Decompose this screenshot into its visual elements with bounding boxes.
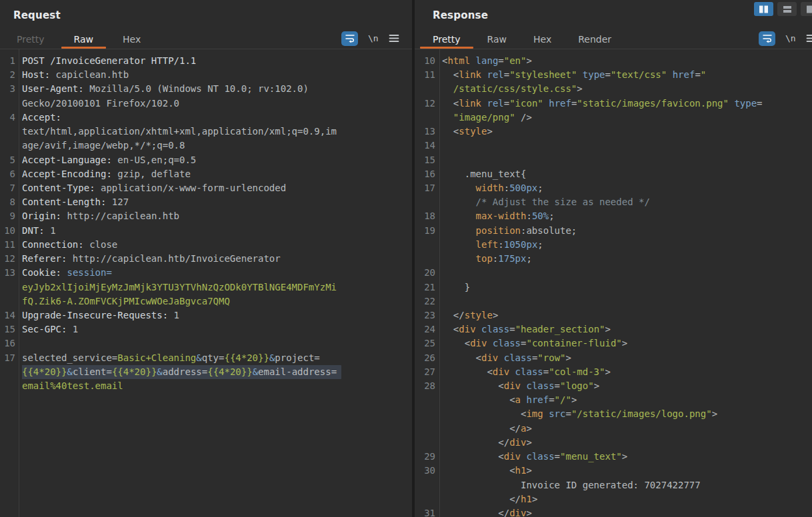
code-row: 16 .menu_text{ <box>415 167 812 181</box>
line-number: 10 <box>0 224 15 238</box>
code-row: age/avif,image/webp,*/*;q=0.8 <box>0 139 412 153</box>
line-number: 15 <box>415 153 435 167</box>
word-wrap-toggle-button[interactable] <box>341 31 358 46</box>
code-row: 4Accept: <box>0 111 412 125</box>
line-number: 10 <box>415 54 435 68</box>
line-number: 13 <box>415 125 435 139</box>
code-row: </a> <box>415 422 812 436</box>
columns-view-icon <box>759 5 769 13</box>
code-line: Origin: http://capiclean.htb <box>22 209 179 223</box>
request-tab-pretty[interactable]: Pretty <box>17 29 45 49</box>
code-row: eyJyb2xlIjoiMjEyMzJmMjk3YTU3YTVhNzQzODk0… <box>0 280 412 294</box>
code-line: .menu_text{ <box>442 167 526 181</box>
word-wrap-toggle-button[interactable] <box>759 31 775 46</box>
response-tab-raw[interactable]: Raw <box>487 29 507 49</box>
stacked-view-button[interactable] <box>777 2 797 16</box>
show-newlines-toggle[interactable]: \n <box>368 33 379 43</box>
code-line: {{4*20}}&client={{4*20}}&address={{4*20}… <box>22 365 341 379</box>
line-number: 26 <box>415 351 435 365</box>
response-tabbar: Pretty Raw Hex Render <box>415 29 812 49</box>
line-number: 12 <box>0 252 15 266</box>
code-row: 5Accept-Language: en-US,en;q=0.5 <box>0 153 412 167</box>
line-number: 3 <box>0 82 15 96</box>
code-line: Accept: <box>22 111 61 125</box>
line-number <box>0 294 15 308</box>
code-row: 13Cookie: session= <box>0 266 412 280</box>
line-number: 18 <box>415 209 435 223</box>
line-number: 19 <box>415 224 435 238</box>
request-panel: Request Pretty Raw Hex \n <box>0 0 412 517</box>
code-line: Invoice ID generated: 7027422777 <box>442 478 701 492</box>
show-newlines-toggle[interactable]: \n <box>785 33 796 43</box>
stacked-view-icon <box>783 5 792 13</box>
code-line: <link rel="stylesheet" type="text/css" h… <box>442 68 706 82</box>
code-row: 16 <box>0 336 412 350</box>
code-line: </div> <box>442 436 532 450</box>
line-number <box>415 195 435 209</box>
code-line: fQ.Zik6-A.ZOmFVCKjPMIcwWOeJaBgvca7QMQ <box>22 294 230 308</box>
line-number: 24 <box>415 322 435 336</box>
code-line: <h1> <box>442 464 532 478</box>
code-row: 22 <box>415 294 812 308</box>
single-view-icon <box>806 5 812 13</box>
code-row: 24 <div class="header_section"> <box>415 322 812 336</box>
response-panel-title: Response <box>433 9 488 21</box>
code-line: Content-Type: application/x-www-form-url… <box>22 181 286 195</box>
code-line: } <box>442 280 470 294</box>
code-row: 12 <link rel="icon" href="static/images/… <box>415 97 812 111</box>
columns-view-button[interactable] <box>754 2 773 16</box>
line-number: 16 <box>415 167 435 181</box>
code-line: max-width:50%; <box>442 209 555 223</box>
line-number: 27 <box>415 365 435 379</box>
line-number: 6 <box>0 167 15 181</box>
request-panel-title: Request <box>13 9 61 21</box>
code-line: /* Adjust the size as needed */ <box>442 195 650 209</box>
code-line: Host: capiclean.htb <box>22 68 129 82</box>
code-line: Referer: http://capiclean.htb/InvoiceGen… <box>22 252 281 266</box>
line-number: 28 <box>415 379 435 393</box>
response-panel: Response Pretty Raw Hex Render \n <box>415 0 812 517</box>
hamburger-menu-icon[interactable] <box>806 34 812 43</box>
code-line: <link rel="icon" href="static/images/fav… <box>442 97 763 111</box>
response-tab-hex[interactable]: Hex <box>533 29 551 49</box>
line-number <box>415 111 435 125</box>
code-row: email%40test.email <box>0 379 412 393</box>
response-tab-pretty[interactable]: Pretty <box>433 29 461 49</box>
line-number: 9 <box>0 209 15 223</box>
line-number <box>415 407 435 421</box>
code-row: 31 </div> <box>415 506 812 517</box>
request-editor[interactable]: 1POST /InvoiceGenerator HTTP/1.12Host: c… <box>0 49 412 517</box>
code-line: POST /InvoiceGenerator HTTP/1.1 <box>22 54 196 68</box>
word-wrap-icon <box>345 33 355 43</box>
code-line: Accept-Encoding: gzip, deflate <box>22 167 191 181</box>
code-row: 26 <div class="row"> <box>415 351 812 365</box>
code-row: 15Sec-GPC: 1 <box>0 322 412 336</box>
line-number: 14 <box>415 139 435 153</box>
code-line: <div class="logo"> <box>442 379 599 393</box>
code-line: top:175px; <box>442 252 532 266</box>
code-line: Cookie: session= <box>22 266 112 280</box>
burp-message-viewer: Request Pretty Raw Hex \n <box>0 0 812 517</box>
code-row: 28 <div class="logo"> <box>415 379 812 393</box>
code-line: <div class="row"> <box>442 351 571 365</box>
request-tab-hex[interactable]: Hex <box>123 29 141 49</box>
request-tab-raw[interactable]: Raw <box>74 29 93 49</box>
code-row: 11Connection: close <box>0 238 412 252</box>
code-line: text/html,application/xhtml+xml,applicat… <box>22 125 337 139</box>
line-number: 17 <box>415 181 435 195</box>
code-line: Accept-Language: en-US,en;q=0.5 <box>22 153 196 167</box>
single-view-button[interactable] <box>801 2 812 16</box>
response-editor[interactable]: 10<html lang="en">11 <link rel="styleshe… <box>415 49 812 517</box>
hamburger-menu-icon[interactable] <box>389 34 399 43</box>
response-tab-render[interactable]: Render <box>578 29 611 49</box>
line-number: 22 <box>415 294 435 308</box>
code-row: /* Adjust the size as needed */ <box>415 195 812 209</box>
code-row: top:175px; <box>415 252 812 266</box>
code-row: Invoice ID generated: 7027422777 <box>415 478 812 492</box>
line-number: 13 <box>0 266 15 280</box>
code-row: 9Origin: http://capiclean.htb <box>0 209 412 223</box>
code-row: 2Host: capiclean.htb <box>0 68 412 82</box>
line-number: 1 <box>0 54 15 68</box>
code-row: 25 <div class="container-fluid"> <box>415 336 812 350</box>
code-line: /static/css/style.css"> <box>442 82 583 96</box>
